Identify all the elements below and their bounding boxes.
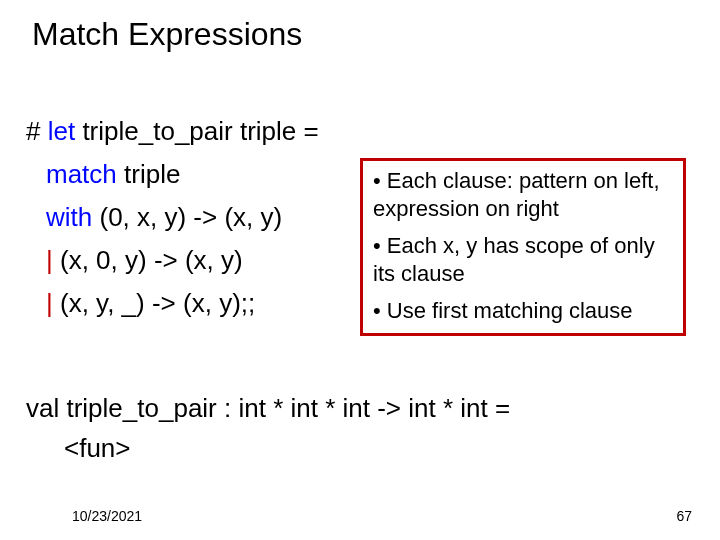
callout-box: • Each clause: pattern on left, expressi… — [360, 158, 686, 336]
code-line-4-rest: (x, 0, y) -> (x, y) — [53, 245, 243, 275]
code-line-5-rest: (x, y, _) -> (x, y);; — [53, 288, 255, 318]
keyword-match: match — [46, 159, 117, 189]
code-line-3-rest: (0, x, y) -> (x, y) — [92, 202, 282, 232]
keyword-with: with — [46, 202, 92, 232]
pattern-bar-1: | — [46, 245, 53, 275]
code-line-3: with (0, x, y) -> (x, y) — [26, 196, 356, 239]
bullet-2: • Each x, y has scope of only its clause — [373, 232, 673, 287]
code-prompt: # — [26, 116, 48, 146]
bullet-1: • Each clause: pattern on left, expressi… — [373, 167, 673, 222]
code-line-1-rest: triple_to_pair triple = — [75, 116, 319, 146]
code-line-4: | (x, 0, y) -> (x, y) — [26, 239, 356, 282]
slide-title: Match Expressions — [32, 16, 302, 53]
val-output: val triple_to_pair : int * int * int -> … — [26, 388, 686, 469]
val-line-2: <fun> — [26, 428, 686, 468]
footer-page-number: 67 — [676, 508, 692, 524]
slide: Match Expressions # let triple_to_pair t… — [0, 0, 720, 540]
bullet-3: • Use first matching clause — [373, 297, 673, 325]
code-line-5: | (x, y, _) -> (x, y);; — [26, 282, 356, 325]
keyword-let: let — [48, 116, 75, 146]
code-block: # let triple_to_pair triple = match trip… — [26, 110, 356, 324]
code-line-1: # let triple_to_pair triple = — [26, 110, 356, 153]
val-line-1: val triple_to_pair : int * int * int -> … — [26, 388, 686, 428]
code-line-2-rest: triple — [117, 159, 181, 189]
footer-date: 10/23/2021 — [72, 508, 142, 524]
pattern-bar-2: | — [46, 288, 53, 318]
code-line-2: match triple — [26, 153, 356, 196]
